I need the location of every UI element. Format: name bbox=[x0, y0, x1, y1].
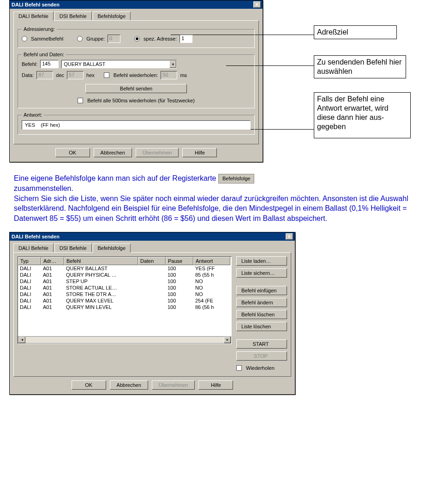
table-cell: A01 bbox=[41, 278, 64, 285]
radio-sammelbefehl[interactable] bbox=[22, 36, 27, 42]
col-typ[interactable]: Typ bbox=[18, 257, 41, 265]
input-data-dec[interactable]: 87 bbox=[36, 71, 53, 79]
list-header: Typ Adr… Befehl Daten Pause Antwort bbox=[18, 257, 231, 265]
table-cell: DALI bbox=[18, 265, 41, 272]
table-row[interactable]: DALIA01QUERY BALLAST100YES (FF bbox=[18, 265, 231, 272]
checkbox-wiederholen[interactable] bbox=[236, 365, 242, 371]
button-liste-sichern[interactable]: Liste sichern… bbox=[236, 268, 287, 278]
scrollbar-horizontal[interactable]: ◂ ▸ bbox=[18, 336, 231, 344]
table-cell: 100 bbox=[166, 272, 193, 278]
table-row[interactable]: DALIA01QUERY MAX LEVEL100254 (FE bbox=[18, 297, 231, 304]
table-cell: 254 (FE bbox=[193, 297, 230, 304]
table-cell: 100 bbox=[166, 285, 193, 291]
label-spez-adresse: spez. Adresse: bbox=[144, 36, 177, 42]
table-cell: A01 bbox=[41, 265, 64, 272]
select-befehl-name[interactable]: QUERY BALLAST ▾ bbox=[61, 60, 177, 68]
table-cell: 100 bbox=[166, 291, 193, 297]
label-data: Data: bbox=[22, 72, 34, 78]
input-gruppe[interactable]: 0 bbox=[108, 35, 120, 43]
tab-dali-befehle[interactable]: DALI Befehle bbox=[13, 12, 54, 21]
col-pause[interactable]: Pause bbox=[166, 257, 193, 265]
table-cell: A01 bbox=[41, 285, 64, 291]
table-cell: QUERY MAX LEVEL bbox=[64, 297, 138, 304]
table-cell bbox=[138, 291, 166, 297]
col-antwort[interactable]: Antwort bbox=[193, 257, 230, 265]
table-cell: 100 bbox=[166, 278, 193, 285]
table-row[interactable]: DALIA01STEP UP100NO bbox=[18, 278, 231, 285]
table-cell bbox=[138, 304, 166, 310]
table-cell: QUERY PHYSICAL … bbox=[64, 272, 138, 278]
cancel-button[interactable]: Abbrechen bbox=[94, 148, 132, 157]
checkbox-befehl-wiederholen[interactable] bbox=[104, 72, 109, 78]
command-list[interactable]: Typ Adr… Befehl Daten Pause Antwort DALI… bbox=[18, 256, 232, 344]
table-row[interactable]: DALIA01STORE THE DTR A…100NO bbox=[18, 291, 231, 297]
ok-button[interactable]: OK bbox=[72, 380, 106, 390]
chevron-down-icon[interactable]: ▾ bbox=[169, 60, 176, 68]
tab-befehlsfolge[interactable]: Befehlsfolge bbox=[93, 243, 131, 253]
ok-button[interactable]: OK bbox=[55, 148, 90, 157]
help-button[interactable]: Hilfe bbox=[198, 380, 233, 390]
tab-image-inline: Befehlsfolge bbox=[218, 174, 255, 184]
table-cell: DALI bbox=[18, 285, 41, 291]
col-adr[interactable]: Adr… bbox=[41, 257, 64, 265]
arrow-left-icon[interactable]: ◂ bbox=[18, 337, 25, 343]
radio-spez-adresse[interactable] bbox=[134, 36, 140, 42]
tab-dali-befehle[interactable]: DALI Befehle bbox=[13, 243, 54, 253]
table-row[interactable]: DALIA01QUERY MIN LEVEL10086 (56 h bbox=[18, 304, 231, 310]
label-befehl-wiederholen: Befehl wiederholen: bbox=[114, 72, 158, 78]
table-cell: A01 bbox=[41, 297, 64, 304]
button-befehl-einfuegen[interactable]: Befehl einfügen bbox=[236, 286, 287, 295]
antwort-output: YES (FF hex) bbox=[22, 120, 251, 130]
annotation-cmd: Zu sendenden Befehl hier auswählen bbox=[314, 55, 406, 78]
table-cell: QUERY MIN LEVEL bbox=[64, 304, 138, 310]
table-cell: A01 bbox=[41, 291, 64, 297]
help-button[interactable]: Hilfe bbox=[182, 148, 217, 157]
button-liste-loeschen[interactable]: Liste löschen bbox=[236, 322, 287, 331]
tab-dsi-befehle[interactable]: DSI Befehle bbox=[54, 243, 92, 253]
close-icon[interactable]: ✕ bbox=[286, 233, 293, 240]
input-befehl-nr[interactable]: 145 bbox=[40, 60, 59, 68]
table-cell: DALI bbox=[18, 272, 41, 278]
table-row[interactable]: DALIA01STORE ACTUAL LE…100NO bbox=[18, 285, 231, 291]
table-cell: 100 bbox=[166, 265, 193, 272]
legend-antwort: Antwort: bbox=[22, 112, 44, 118]
label-alle-500ms: Befehl alle 500ms wiederholen (für Testz… bbox=[87, 98, 195, 103]
apply-button[interactable]: Übernehmen bbox=[152, 380, 195, 390]
table-row[interactable]: DALIA01QUERY PHYSICAL …10085 (55 h bbox=[18, 272, 231, 278]
table-cell: DALI bbox=[18, 291, 41, 297]
cancel-button[interactable]: Abbrechen bbox=[110, 380, 148, 390]
input-spez-adresse[interactable]: 1 bbox=[180, 35, 192, 43]
col-befehl[interactable]: Befehl bbox=[64, 257, 138, 265]
doc-paragraph: Eine eigene Befehlsfolge kann man sich a… bbox=[14, 173, 429, 224]
button-befehl-aendern[interactable]: Befehl ändern bbox=[236, 298, 287, 307]
button-liste-laden[interactable]: Liste laden… bbox=[236, 256, 287, 266]
tab-befehlsfolge[interactable]: Befehlsfolge bbox=[93, 12, 131, 21]
table-cell: STORE ACTUAL LE… bbox=[64, 285, 138, 291]
radio-gruppe[interactable] bbox=[77, 36, 83, 42]
input-data-hex[interactable]: 57 bbox=[67, 71, 84, 79]
input-wiederholen-ms[interactable]: 50 bbox=[161, 71, 177, 79]
table-cell: A01 bbox=[41, 272, 64, 278]
table-cell: YES (FF bbox=[193, 265, 230, 272]
tab-pane: Adressierung: Sammelbefehl Gruppe: 0 spe… bbox=[13, 20, 259, 144]
table-cell: DALI bbox=[18, 304, 41, 310]
label-dec: dec bbox=[56, 72, 64, 78]
button-befehl-senden[interactable]: Befehl senden bbox=[85, 84, 187, 93]
table-cell: NO bbox=[193, 285, 230, 291]
checkbox-alle-500ms[interactable] bbox=[78, 98, 83, 103]
button-start[interactable]: START bbox=[236, 339, 287, 349]
button-stop[interactable]: STOP bbox=[236, 351, 287, 361]
apply-button[interactable]: Übernehmen bbox=[136, 148, 179, 157]
annotation-addr: Adreßziel bbox=[314, 25, 397, 39]
annotation-answer: Falls der Befehl eine Antwort erwartet, … bbox=[314, 92, 411, 138]
col-daten[interactable]: Daten bbox=[138, 257, 166, 265]
label-befehl: Befehl: bbox=[22, 61, 37, 67]
window-title: DALI Befehl senden bbox=[12, 2, 60, 7]
tab-dsi-befehle[interactable]: DSI Befehle bbox=[54, 12, 92, 21]
close-icon[interactable]: ✕ bbox=[253, 1, 261, 8]
arrow-right-icon[interactable]: ▸ bbox=[224, 337, 231, 343]
button-befehl-loeschen[interactable]: Befehl löschen bbox=[236, 310, 287, 319]
table-cell: QUERY BALLAST bbox=[64, 265, 138, 272]
dialog-dali-befehl-2: DALI Befehl senden ✕ DALI Befehle DSI Be… bbox=[9, 232, 295, 395]
window-title: DALI Befehl senden bbox=[12, 234, 60, 239]
